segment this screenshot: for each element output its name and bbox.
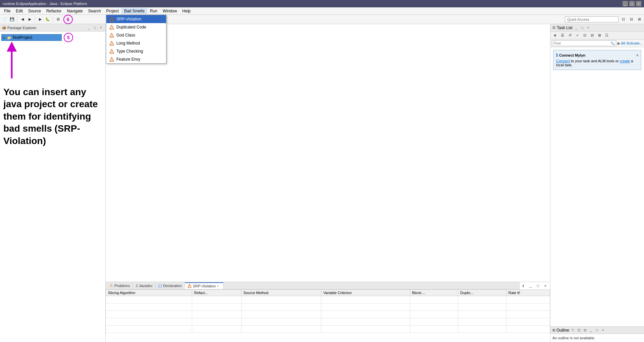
bottom-max-btn[interactable]: □ [535, 282, 541, 289]
task-toolbar-btn3[interactable]: ↺ [567, 32, 573, 39]
outline-close[interactable]: × [601, 328, 605, 333]
info-icon: ℹ [556, 53, 558, 58]
outline-sort-btn[interactable]: ⊡ [577, 328, 581, 333]
menu-search[interactable]: Search [86, 8, 104, 14]
tab-srp-close[interactable]: × [217, 284, 220, 288]
menu-help[interactable]: Help [180, 8, 194, 14]
toolbar-forward[interactable]: ▶ [26, 16, 33, 23]
toolbar-perspectives[interactable]: ⊞ [55, 16, 61, 23]
tab-declaration[interactable]: { } Declaration [156, 283, 185, 288]
menu-refactor[interactable]: Refactor [44, 8, 64, 14]
menu-edit[interactable]: Edit [13, 8, 25, 14]
table-row [106, 311, 550, 318]
task-find-input-container[interactable]: 🔍 [552, 40, 616, 46]
test-project-item[interactable]: ▷ 📁 TestProject [1, 34, 62, 41]
maximize-button[interactable]: □ [629, 1, 635, 6]
menu-source[interactable]: Source [25, 8, 44, 14]
tab-javadoc[interactable]: J Javadoc [133, 283, 155, 288]
tab-problems[interactable]: ⚠ Problems [107, 283, 133, 288]
package-explorer-maximize[interactable]: □ [93, 25, 97, 30]
task-toolbar-btn8[interactable]: ☷ [603, 32, 610, 39]
main-layout: 📦 Package Explorer _ □ × ▷ 📁 TestProject… [0, 24, 644, 342]
title-bar-text: runtime-EclipseApplication - Java - Ecli… [3, 2, 87, 6]
outline-maximize[interactable]: □ [595, 328, 599, 333]
table-row [106, 303, 550, 311]
bottom-close-btn[interactable]: × [542, 282, 549, 289]
svg-text:!: ! [111, 51, 112, 54]
outline-filter-btn[interactable]: ▽ [571, 328, 575, 333]
menu-window[interactable]: Window [160, 8, 180, 14]
task-toolbar-btn7[interactable]: ⊞ [596, 32, 603, 39]
toolbar-debug[interactable]: 🐛 [44, 16, 51, 23]
toolbar-save[interactable]: 💾 [9, 16, 15, 23]
task-activate-link[interactable]: Activate... [627, 41, 643, 45]
menu-navigate[interactable]: Navigate [64, 8, 85, 14]
task-all-label: All [621, 41, 625, 45]
dropdown-item-longmethod[interactable]: ! Long Method [106, 39, 166, 47]
connect-link[interactable]: Connect [556, 59, 570, 63]
task-all-link[interactable]: ▶ All [618, 41, 625, 46]
toolbar-back[interactable]: ◀ [19, 16, 26, 23]
toolbar-sep2 [35, 16, 35, 22]
tab-problems-label: Problems [114, 284, 130, 288]
package-explorer-minimize[interactable]: _ [87, 25, 91, 30]
col-rate: Rate it! [506, 290, 550, 296]
outline-collapse-btn[interactable]: ⊟ [583, 328, 587, 333]
editor-area[interactable] [106, 24, 550, 282]
quick-access-label: Quick Access [567, 17, 589, 21]
javadoc-icon: J [136, 284, 138, 288]
svg-text:!: ! [189, 285, 190, 287]
package-explorer-title: Package Explorer [7, 26, 85, 30]
outline-minimize[interactable]: _ [589, 328, 593, 333]
dropdown-duplicated-label: Duplicated Code [116, 25, 146, 29]
table-row [106, 296, 550, 303]
dropdown-item-typechecking[interactable]: ! Type Checking [106, 47, 166, 55]
long-method-icon: ! [109, 41, 114, 46]
task-list-close[interactable]: × [586, 25, 591, 30]
task-find-input[interactable] [553, 41, 610, 45]
connect-mylyn-close[interactable]: × [636, 54, 638, 57]
toolbar-perspective-btn3[interactable]: ⊞ [636, 16, 643, 23]
task-toolbar-btn4[interactable]: ✓ [574, 32, 581, 39]
task-toolbar-btn5[interactable]: ⊡ [581, 32, 588, 39]
menu-run[interactable]: Run [147, 8, 160, 14]
bottom-info-btn[interactable]: ℹ [520, 282, 527, 289]
minimize-button[interactable]: _ [623, 1, 628, 6]
menu-file[interactable]: File [1, 8, 13, 14]
bottom-min-btn[interactable]: _ [527, 282, 534, 289]
bottom-panel: ⚠ Problems J Javadoc { } Declaration [106, 282, 550, 342]
toolbar-perspective-btn2[interactable]: ⊟ [628, 16, 635, 23]
package-icon: 📦 [2, 26, 6, 29]
create-link[interactable]: create [620, 59, 630, 63]
task-find-bar: 🔍 ▶ All Activate... [550, 40, 644, 47]
tab-srp-violation[interactable]: ! SRP-Violation × [185, 282, 223, 289]
svg-text:!: ! [111, 26, 112, 29]
quick-access-field[interactable]: Quick Access [565, 16, 619, 22]
package-explorer-close[interactable]: × [99, 25, 103, 30]
outline-panel: ⊟ Outline ▽ ⊡ ⊟ _ □ × An outline is not … [550, 326, 644, 342]
toolbar-sep1 [17, 16, 17, 22]
title-bar: runtime-EclipseApplication - Java - Ecli… [0, 0, 644, 7]
close-button[interactable]: × [636, 1, 641, 6]
toolbar-perspective-btn1[interactable]: ⊡ [620, 16, 627, 23]
toolbar-new[interactable]: 📄 [1, 16, 8, 23]
dropdown-item-duplicated[interactable]: ! Duplicated Code [106, 23, 166, 31]
menu-project[interactable]: Project [104, 8, 121, 14]
toolbar-run[interactable]: ▶ [37, 16, 44, 23]
feature-envy-icon: ! [109, 57, 114, 62]
title-bar-buttons: _ □ × [623, 1, 641, 6]
connect-mylyn-body: Connect to your task and ALM tools or cr… [556, 59, 638, 67]
connect-mylyn-box: ℹ Connect Mylyn × Connect to your task a… [553, 50, 641, 70]
task-toolbar-btn2[interactable]: ☰ [559, 32, 566, 39]
srp-table: Slicing Algorithm Refact... Source Metho… [106, 289, 550, 333]
task-list-maximize[interactable]: □ [580, 25, 585, 30]
col-variable: Variable Criterion [321, 290, 410, 296]
dropdown-item-featureenvy[interactable]: ! Feature Envy [106, 55, 166, 63]
task-list-minimize[interactable]: _ [574, 25, 579, 30]
task-toolbar-btn1[interactable]: ▼ [552, 32, 558, 39]
dropdown-item-srp[interactable]: ! SRP-Violation [106, 15, 166, 23]
menu-bad-smells[interactable]: Bad Smells [121, 8, 147, 14]
dropdown-item-godclass[interactable]: ! God Class [106, 31, 166, 39]
outline-icon: ⊟ [552, 328, 555, 332]
task-toolbar-btn6[interactable]: ⊟ [589, 32, 595, 39]
